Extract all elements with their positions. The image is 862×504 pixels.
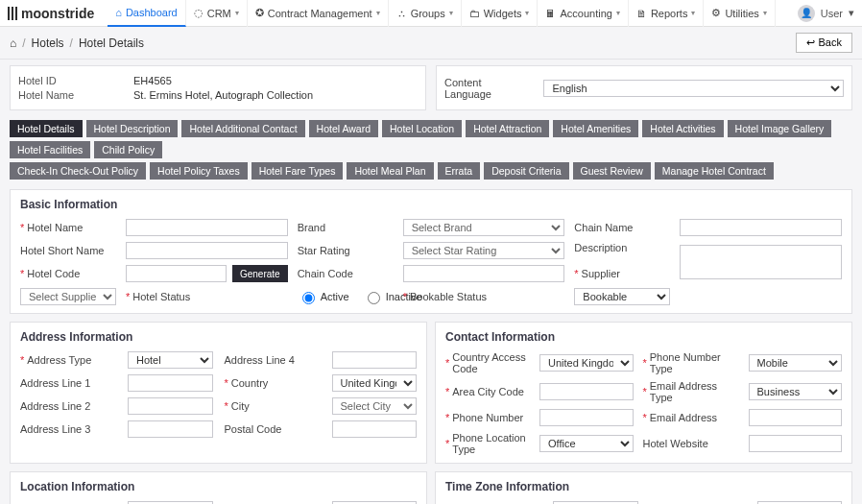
tab-errata[interactable]: Errata [438, 162, 481, 180]
tab-child-policy[interactable]: Child Policy [94, 141, 162, 158]
phone-number-type-select[interactable]: Mobile [749, 354, 843, 372]
hotel-website-input[interactable] [749, 435, 843, 452]
address-line-4-input[interactable] [332, 351, 418, 369]
tab-manage-hotel-contract[interactable]: Manage Hotel Contract [655, 162, 774, 180]
nav-item-accounting[interactable]: 🖩 Accounting ▾ [538, 0, 628, 27]
breadcrumb-item[interactable]: Hotels [32, 36, 64, 50]
nav-item-dashboard[interactable]: ⌂ Dashboard [108, 0, 185, 27]
tab-hotel-fare-types[interactable]: Hotel Fare Types [251, 162, 344, 180]
tab-hotel-activities[interactable]: Hotel Activities [642, 120, 723, 137]
content-language-select[interactable]: English [543, 80, 844, 97]
nav-item-groups[interactable]: ⛬ Groups ▾ [389, 0, 462, 27]
bookable-status-label: Bookable Status [410, 291, 487, 302]
arrow-left-icon: ↩ [806, 36, 818, 48]
back-button[interactable]: ↩ Back [796, 33, 852, 53]
groups-icon: ⛬ [396, 8, 407, 19]
tab-hotel-location[interactable]: Hotel Location [382, 120, 462, 137]
nav-user[interactable]: 👤 User ▾ [798, 5, 854, 22]
home-icon[interactable]: ⌂ [10, 36, 16, 50]
area-city-code-input[interactable] [539, 383, 634, 400]
folder-icon: 🗀 [469, 8, 480, 19]
address-line-3-input[interactable] [128, 420, 213, 438]
city-select[interactable]: Select City [332, 397, 418, 415]
status-active-radio[interactable]: Active [298, 289, 349, 304]
phone-number-input[interactable] [539, 409, 634, 426]
tab-deposit-criteria[interactable]: Deposit Criteria [484, 162, 568, 180]
postal-code-label: Postal Code [225, 423, 321, 435]
tab-check-in-out-policy[interactable]: Check-In Check-Out Policy [10, 162, 146, 180]
address-line-1-input[interactable] [128, 374, 213, 392]
supplier-select[interactable]: Select Supplier [20, 288, 116, 305]
home-icon: ⌂ [115, 7, 122, 18]
tab-hotel-amenities[interactable]: Hotel Amenities [553, 120, 638, 137]
postal-code-input[interactable] [332, 420, 418, 438]
nav-items: ⌂ Dashboard ◌ CRM ▾ ✪ Contract Managemen… [108, 0, 776, 27]
tab-hotel-details[interactable]: Hotel Details [10, 120, 83, 137]
tab-hotel-additional-contact[interactable]: Hotel Additional Contact [181, 120, 304, 137]
avatar-icon: 👤 [798, 5, 815, 22]
star-rating-select[interactable]: Select Star Rating [403, 242, 565, 259]
content-language-label: Content Language [444, 77, 530, 100]
nav-label: Dashboard [126, 7, 178, 18]
generate-button[interactable]: Generate [232, 265, 288, 282]
phone-location-type-select[interactable]: Office [539, 435, 634, 452]
chevron-down-icon: ▾ [849, 7, 854, 19]
header-block: Hotel ID EH4565 Hotel Name St. Ermins Ho… [0, 60, 862, 120]
email-address-type-select[interactable]: Business [749, 383, 843, 400]
hotel-status-label: Hotel Status [132, 291, 190, 302]
tab-hotel-attraction[interactable]: Hotel Attraction [466, 120, 549, 137]
brand-select[interactable]: Select Brand [403, 219, 565, 236]
country-select[interactable]: United Kingdom [332, 374, 418, 392]
country-access-code-select[interactable]: United Kingdom [539, 354, 634, 372]
nav-item-widgets[interactable]: 🗀 Widgets ▾ [462, 0, 539, 27]
brand-name: moonstride [21, 6, 94, 21]
country-label: Country [231, 377, 269, 389]
phone-number-type-label: Phone Number Type [650, 351, 739, 374]
hotel-website-label: Hotel Website [643, 438, 739, 449]
tab-hotel-description[interactable]: Hotel Description [86, 120, 179, 137]
section-basic-information: Basic Information *Hotel Name Brand Sele… [10, 189, 852, 314]
nav-label: Reports [651, 8, 688, 19]
nav-label: Utilities [725, 8, 758, 19]
nav-item-contract[interactable]: ✪ Contract Management ▾ [248, 0, 389, 27]
nav-item-reports[interactable]: 🗎 Reports ▾ [629, 0, 705, 27]
star-rating-label: Star Rating [298, 245, 394, 256]
tab-guest-review[interactable]: Guest Review [573, 162, 651, 180]
hotel-code-input[interactable] [126, 265, 227, 282]
chain-code-input[interactable] [403, 265, 565, 282]
hotel-name-input[interactable] [126, 219, 288, 236]
header-left-panel: Hotel ID EH4565 Hotel Name St. Ermins Ho… [10, 65, 426, 110]
tab-hotel-policy-taxes[interactable]: Hotel Policy Taxes [150, 162, 248, 180]
address-line-2-input[interactable] [128, 397, 213, 415]
description-textarea[interactable] [680, 245, 842, 279]
tabs-row-2: Check-In Check-Out Policy Hotel Policy T… [10, 162, 852, 180]
brand-label: Brand [298, 222, 394, 233]
section-address-information: Address Information *Address Type Hotel … [10, 322, 427, 464]
address-type-select[interactable]: Hotel [128, 351, 213, 369]
tab-hotel-image-gallery[interactable]: Hotel Image Gallery [728, 120, 832, 137]
chevron-down-icon: ▾ [235, 9, 239, 17]
email-address-type-label: Email Address Type [650, 380, 739, 403]
tab-hotel-meal-plan[interactable]: Hotel Meal Plan [347, 162, 433, 180]
bookable-status-select[interactable]: Bookable [574, 288, 670, 305]
email-address-input[interactable] [749, 409, 843, 426]
phone-number-label: Phone Number [452, 412, 523, 423]
email-address-label: Email Address [650, 412, 717, 423]
nav-label: CRM [207, 8, 231, 19]
nav-item-utilities[interactable]: ⚙ Utilities ▾ [704, 0, 775, 27]
tab-hotel-award[interactable]: Hotel Award [309, 120, 378, 137]
utilities-icon: ⚙ [711, 7, 721, 19]
hotel-short-name-input[interactable] [126, 242, 288, 259]
nav-item-crm[interactable]: ◌ CRM ▾ [186, 0, 248, 27]
tab-hotel-facilities[interactable]: Hotel Facilities [10, 141, 90, 158]
chevron-down-icon: ▾ [616, 9, 620, 17]
chevron-down-icon: ▾ [763, 9, 767, 17]
sections: Basic Information *Hotel Name Brand Sele… [0, 189, 862, 504]
circle-dot-icon: ◌ [194, 7, 204, 19]
address-line-2-label: Address Line 2 [20, 400, 116, 412]
accounting-icon: 🖩 [545, 8, 556, 19]
supplier-label: Supplier [582, 268, 620, 279]
section-contact-information: Contact Information *Country Access Code… [435, 322, 852, 464]
chain-name-input[interactable] [680, 219, 842, 236]
section-location-information: Location Information Location Select Tim… [10, 471, 427, 504]
